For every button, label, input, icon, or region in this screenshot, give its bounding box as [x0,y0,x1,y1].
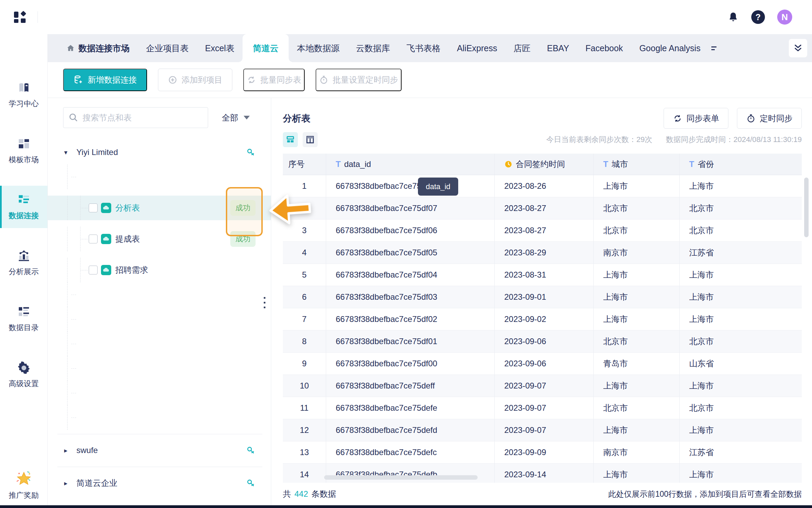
vertical-scrollbar[interactable] [804,178,809,237]
table-cell: 北京市 [680,330,802,352]
tab-4[interactable]: 本地数据源 [289,34,348,62]
tree-app-row[interactable]: +人事行政OA管理 [48,356,271,381]
tree-table-row[interactable]: 提成表成功 [48,227,271,251]
tab-5[interactable]: 云数据库 [348,34,398,62]
user-avatar[interactable]: N [777,10,792,25]
action-button-1[interactable]: 定时同步 [737,108,802,129]
horizontal-scrollbar[interactable] [324,475,478,480]
table-cell: 8 [283,330,326,352]
table-row[interactable]: 166783f38dbefbac7ce75df082023-08-26上海市上海… [283,175,802,197]
tree-table-row[interactable]: 招聘需求 [48,258,271,282]
tree-app-row[interactable]: +学习路径【勿删】 [48,405,271,430]
tree-guide-line [67,405,68,430]
tab-1[interactable]: 企业项目表 [138,34,197,62]
tree-workspace-row[interactable]: ▾Yiyi Limited [48,140,271,165]
table-row[interactable]: 366783f38dbefbac7ce75df062023-08-27北京市北京… [283,220,802,242]
tab-clipped-partial[interactable] [711,34,716,62]
tree-node-label: 招聘需求 [115,265,148,276]
tree-table-row[interactable]: 分析表成功 [48,196,271,220]
column-header-4[interactable]: T省份 [680,154,802,175]
table-checkbox[interactable] [89,266,98,274]
table-footer: 共 442 条数据 此处仅展示前100行数据，添加到项目后可查看全部数据 [271,483,812,505]
tab-0[interactable]: 数据连接市场 [58,34,138,62]
table-row[interactable]: 1066783f38dbefbac7ce75deff2023-09-07上海市上… [283,375,802,397]
tab-11[interactable]: Google Analysis [631,34,709,62]
tree-filter-dropdown[interactable]: 全部 [222,112,250,123]
tab-6[interactable]: 飞书表格 [398,34,449,62]
tabs-expand-button[interactable] [789,39,807,57]
table-checkbox[interactable] [89,203,98,212]
promo-label: 推广奖励 [9,490,39,500]
table-cell: 2023-09-02 [495,308,594,330]
table-cell: 66783f38dbefbac7ce75df00 [326,353,495,375]
tree-app-row[interactable]: +打卡营 [48,282,271,307]
tree-app-row[interactable]: +个性化仪表盘 [48,307,271,331]
toolbar-button-3[interactable]: 批量设置定时同步 [316,69,402,91]
sidebar-item-2[interactable]: 数据连接 [0,179,47,235]
sidebar-item-5[interactable]: 高级设置 [0,347,47,403]
tab-3[interactable]: 简道云 [243,34,289,62]
tab-7[interactable]: AliExpress [449,34,505,62]
column-header-3[interactable]: T城市 [594,154,680,175]
table-cell: 上海市 [680,464,802,485]
column-header-1[interactable]: Tdata_id [326,154,495,175]
data-table: 序号Tdata_id合同签约时间T城市T省份 166783f38dbefbac7… [283,154,802,486]
search-input[interactable] [63,107,208,128]
tree-divider [48,463,271,471]
tree-app-row[interactable]: −MAPX函数案例 [48,165,271,189]
toolbar-button-label: 新增数据连接 [88,74,137,85]
tree-workspace-row[interactable]: ▸swufe [48,438,271,463]
notification-bell-icon[interactable] [727,11,739,23]
sidebar-item-4[interactable]: 数据目录 [0,291,47,347]
table-checkbox[interactable] [89,235,98,243]
tab-label: EBAY [547,43,569,53]
table-row[interactable]: 466783f38dbefbac7ce75df052023-08-29南京市江苏… [283,242,802,264]
table-row[interactable]: 1266783f38dbefbac7ce75defd2023-09-07上海市上… [283,419,802,441]
toolbar-button-2[interactable]: 批量同步表 [243,69,305,91]
gear-icon [17,361,31,375]
help-icon[interactable]: ? [751,10,765,24]
table-row[interactable]: 666783f38dbefbac7ce75df032023-09-01上海市上海… [283,286,802,308]
caret-down-icon[interactable]: ▾ [64,149,72,156]
view-toggle-layout-view[interactable] [283,132,298,147]
table-cell: 北京市 [594,220,680,241]
caret-right-icon[interactable]: ▸ [64,479,72,487]
filter-label: 全部 [222,112,238,123]
table-row[interactable]: 766783f38dbefbac7ce75df022023-09-02上海市上海… [283,308,802,330]
column-header-0[interactable]: 序号 [283,154,326,175]
sidebar-item-0[interactable]: 学习中心 [0,67,47,123]
tree-app-row[interactable]: +简道云示例应用 [48,331,271,356]
key-icon[interactable] [246,446,256,455]
book-icon [17,81,31,95]
action-button-0[interactable]: 同步表单 [664,108,728,129]
tab-9[interactable]: EBAY [539,34,577,62]
table-cell: 5 [283,264,326,286]
tree-app-row[interactable]: +未命名应用1 [48,381,271,405]
table-row[interactable]: 1366783f38dbefbac7ce75defc2023-09-09南京市江… [283,441,802,464]
table-row[interactable]: 1166783f38dbefbac7ce75defe2023-09-07北京市北… [283,397,802,419]
view-toggle-table-view[interactable] [303,132,318,147]
caret-right-icon[interactable]: ▸ [64,447,72,454]
key-icon[interactable] [246,147,256,157]
tab-10[interactable]: Facebook [577,34,631,62]
panel-resize-handle[interactable] [264,297,265,308]
table-row[interactable]: 866783f38dbefbac7ce75df012023-09-06北京市北京… [283,330,802,353]
tab-8[interactable]: 店匠 [505,34,539,62]
key-icon[interactable] [246,478,256,488]
column-header-label: 合同签约时间 [516,159,565,170]
sidebar-item-promo[interactable]: 推广奖励 [0,470,47,500]
table-cell: 10 [283,375,326,397]
table-row[interactable]: 266783f38dbefbac7ce75df072023-08-27北京市北京… [283,197,802,220]
table-cell: 江苏省 [680,441,802,463]
table-row[interactable]: 966783f38dbefbac7ce75df002023-09-06青岛市山东… [283,353,802,375]
toolbar-button-1[interactable]: 添加到项目 [158,69,232,91]
app-logo-icon[interactable] [12,9,28,25]
column-header-2[interactable]: 合同签约时间 [495,154,594,175]
tree-workspace-row[interactable]: ▸简道云企业 [48,471,271,495]
toolbar-button-0[interactable]: 新增数据连接 [63,69,147,91]
sidebar-item-3[interactable]: 分析展示 [0,235,47,291]
sidebar-item-1[interactable]: 模板市场 [0,123,47,179]
table-row[interactable]: 566783f38dbefbac7ce75df042023-08-31上海市上海… [283,264,802,286]
tab-2[interactable]: Excel表 [197,34,243,62]
top-bar: ? N [0,0,812,34]
